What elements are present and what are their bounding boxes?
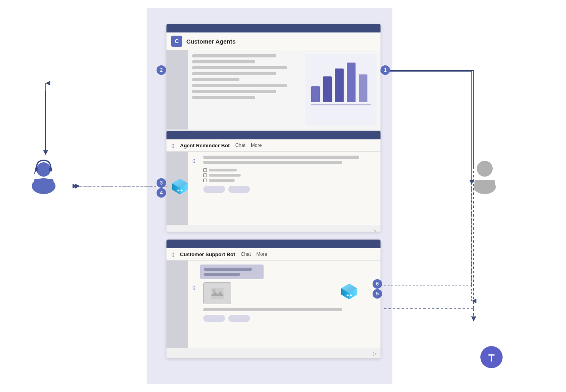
bot-nav-more-3: More bbox=[256, 251, 267, 257]
num-circle-3: 3 bbox=[157, 178, 166, 188]
line bbox=[192, 78, 239, 81]
chat-buttons-2 bbox=[203, 186, 377, 193]
app-title-1: Customer Agents bbox=[186, 38, 235, 45]
checkbox bbox=[203, 173, 207, 177]
line bbox=[209, 169, 237, 171]
svg-text:⟨⟩: ⟨⟩ bbox=[171, 252, 174, 257]
svg-point-14 bbox=[212, 289, 216, 292]
window1-content bbox=[166, 50, 381, 129]
bot-avatar-2: ⟨⟩ bbox=[192, 156, 200, 164]
num-circle-2: 2 bbox=[157, 65, 166, 75]
bar-1 bbox=[311, 86, 320, 102]
window1-lines bbox=[188, 50, 301, 129]
window-agent-reminder: ⟨⟩ Agent Reminder Bot Chat More ⟨⟩ bbox=[166, 131, 381, 232]
app-icon-c: C bbox=[171, 36, 182, 47]
checkbox-row bbox=[203, 168, 377, 172]
svg-point-32 bbox=[477, 161, 493, 177]
line bbox=[203, 156, 359, 159]
bar-5 bbox=[359, 74, 367, 102]
svg-point-18 bbox=[178, 190, 180, 192]
bot-name-3: Customer Support Bot bbox=[180, 251, 235, 257]
window3-sidebar bbox=[166, 261, 188, 348]
incoming-bubble bbox=[200, 265, 264, 279]
svg-text:⟨⟩: ⟨⟩ bbox=[192, 285, 195, 290]
line bbox=[203, 308, 342, 311]
num-circle-4: 4 bbox=[157, 188, 166, 198]
window2-chat-main: ⟨⟩ bbox=[188, 152, 381, 225]
send-icon-2: ▷ bbox=[373, 228, 377, 232]
bars-container bbox=[311, 60, 371, 104]
window-titlebar-3 bbox=[166, 240, 381, 248]
chat-buttons-3 bbox=[203, 315, 377, 322]
send-icon-3: ▷ bbox=[373, 351, 377, 356]
window2-chat-area: ⟨⟩ bbox=[166, 152, 381, 225]
line bbox=[192, 72, 276, 75]
bot-nav-more-2: More bbox=[251, 143, 262, 148]
customer-person bbox=[465, 154, 505, 196]
bot-code-icon-3: ⟨⟩ bbox=[171, 251, 178, 257]
line bbox=[204, 268, 252, 271]
svg-point-19 bbox=[181, 190, 183, 192]
bot-name-2: Agent Reminder Bot bbox=[180, 143, 230, 148]
line bbox=[192, 96, 255, 99]
svg-rect-29 bbox=[49, 167, 52, 171]
bot-code-icon: ⟨⟩ bbox=[171, 142, 178, 148]
bar-chart bbox=[305, 54, 377, 126]
chat-input-bar-3: ▷ bbox=[166, 348, 381, 358]
agent-cube-2 bbox=[339, 281, 359, 303]
app-header-1: C Customer Agents bbox=[166, 32, 381, 50]
num-circle-1: 1 bbox=[381, 65, 390, 75]
window3-chat-area: ⟨⟩ bbox=[166, 261, 381, 348]
bot-avatar-3: ⟨⟩ bbox=[192, 283, 200, 291]
line bbox=[192, 54, 276, 57]
svg-point-23 bbox=[347, 295, 349, 297]
window1-sidebar bbox=[166, 50, 188, 129]
line bbox=[192, 90, 276, 93]
line bbox=[192, 60, 255, 63]
chat-message-2: ⟨⟩ bbox=[192, 156, 377, 193]
bar-4 bbox=[347, 63, 356, 102]
window-titlebar-2 bbox=[166, 131, 381, 139]
chart-baseline bbox=[311, 105, 371, 105]
agent-cube-1 bbox=[170, 176, 190, 198]
chat-btn-1 bbox=[203, 186, 225, 193]
bot-nav-2: Chat bbox=[235, 143, 245, 148]
checkbox bbox=[203, 179, 207, 182]
svg-point-27 bbox=[36, 162, 51, 177]
chat-btn-2 bbox=[228, 186, 250, 193]
chat-btn-3 bbox=[203, 315, 225, 322]
diagram-wrapper: C Customer Agents bbox=[0, 0, 566, 392]
chat-input-bar-2: ▷ bbox=[166, 225, 381, 232]
svg-text:⟨⟩: ⟨⟩ bbox=[171, 143, 174, 148]
checkbox-group bbox=[203, 168, 377, 182]
bot-header-2: ⟨⟩ Agent Reminder Bot Chat More bbox=[166, 139, 381, 152]
line bbox=[192, 66, 287, 69]
line bbox=[209, 174, 241, 177]
bar-3 bbox=[335, 69, 344, 102]
image-placeholder bbox=[203, 282, 231, 304]
svg-text:⟨⟩: ⟨⟩ bbox=[192, 158, 195, 163]
num-circle-6: 6 bbox=[373, 279, 382, 289]
svg-rect-31 bbox=[474, 180, 495, 188]
chat-btn-4 bbox=[228, 315, 250, 322]
chat-bubble-lines-2 bbox=[203, 156, 377, 193]
bot-nav-3: Chat bbox=[241, 251, 250, 257]
line bbox=[209, 179, 235, 182]
line bbox=[204, 273, 240, 276]
window-customer-agents: C Customer Agents bbox=[166, 24, 381, 131]
bot-header-3: ⟨⟩ Customer Support Bot Chat More bbox=[166, 248, 381, 261]
checkbox-row bbox=[203, 179, 377, 182]
line bbox=[192, 84, 287, 87]
window-titlebar-1 bbox=[166, 24, 381, 32]
svg-rect-26 bbox=[34, 179, 54, 188]
svg-point-24 bbox=[350, 295, 352, 297]
line bbox=[203, 161, 342, 164]
num-circle-5: 5 bbox=[373, 289, 382, 299]
agent-person bbox=[24, 154, 63, 196]
bar-2 bbox=[323, 76, 332, 102]
window3-chat-main: ⟨⟩ bbox=[188, 261, 381, 348]
checkbox-row bbox=[203, 173, 377, 177]
teams-icon: T bbox=[480, 346, 503, 368]
svg-text:T: T bbox=[488, 352, 495, 364]
checkbox bbox=[203, 168, 207, 172]
